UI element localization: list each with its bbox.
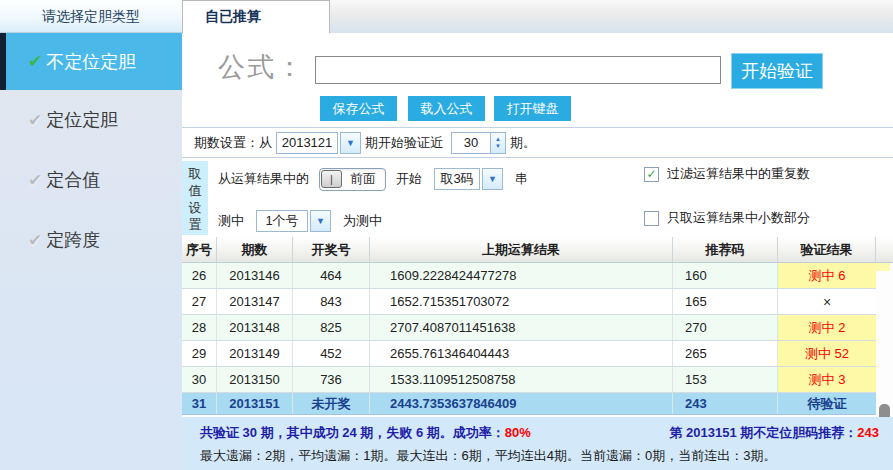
cell-period: 2013151	[217, 393, 293, 414]
cell-draw: 464	[293, 263, 370, 288]
open-keyboard-button[interactable]: 打开键盘	[494, 96, 571, 121]
save-formula-button[interactable]: 保存公式	[320, 96, 397, 121]
sidebar-item-dingwei-dingdan[interactable]: ✔ 定位定胆	[0, 90, 182, 150]
sidebar-item-dinghezhi[interactable]: ✔ 定合值	[0, 150, 182, 210]
stats-text: 共验证 30 期，其中成功 24 期，失败 6 期。成功率：80%	[200, 424, 531, 442]
period-settings-row: 期数设置：从 2013121 ▼ 期开始验证近 30 ▲ ▼ 期。	[182, 127, 893, 158]
start-label: 开始	[396, 170, 422, 188]
verify-count-input[interactable]: 30	[451, 132, 491, 154]
take-count-select[interactable]: 取3码	[434, 168, 480, 190]
cell-result: 测中 2	[778, 315, 876, 340]
recommend-text: 第 2013151 期不定位胆码推荐：243	[669, 424, 879, 442]
decimal-only-label: 只取运算结果中小数部分	[667, 209, 810, 227]
cell-period: 2013149	[217, 341, 293, 366]
success-rate: 80%	[505, 425, 531, 440]
period-settings-label: 期数设置：从	[194, 134, 272, 152]
tab-bar: 自已推算	[182, 0, 893, 33]
cell-rec: 270	[673, 315, 778, 340]
formula-input[interactable]	[315, 56, 721, 84]
content-area: 公式： 开始验证 保存公式 载入公式 打开键盘 期数设置：从 2013121 ▼…	[182, 33, 893, 470]
sidebar-item-budingwei-dingdan[interactable]: ✔ 不定位定胆	[0, 33, 182, 90]
cell-result: 待验证	[778, 393, 876, 414]
tab-self-calculate[interactable]: 自已推算	[182, 0, 330, 33]
summary-panel: 共验证 30 期，其中成功 24 期，失败 6 期。成功率：80% 第 2013…	[182, 417, 893, 470]
chevron-down-icon: ▼	[316, 216, 325, 226]
as-hit-label: 为测中	[343, 212, 382, 230]
table-row: 27 2013147 843 1652.715351703072 165 ×	[182, 289, 876, 315]
filter-duplicates-checkbox[interactable]: ✓ 过滤运算结果中的重复数	[644, 165, 810, 183]
cell-seq: 28	[182, 315, 217, 340]
cell-rec: 153	[673, 367, 778, 392]
sidebar-item-dingkuadu[interactable]: ✔ 定跨度	[0, 210, 182, 270]
toggle-handle[interactable]: |	[321, 170, 342, 188]
cell-seq: 26	[182, 263, 217, 288]
recommend-value: 243	[857, 425, 879, 440]
table-row: 30 2013150 736 1533.1109512508758 153 测中…	[182, 367, 876, 393]
checkbox-icon: ✓	[644, 167, 659, 182]
cell-rec: 265	[673, 341, 778, 366]
cell-period: 2013150	[217, 367, 293, 392]
value-settings-section: 取值设置 从运算结果中的 | 前面 开始 取3码 ▼ 串	[182, 158, 893, 237]
cell-seq: 30	[182, 367, 217, 392]
check-icon: ✔	[28, 170, 42, 191]
start-period-input[interactable]: 2013121	[276, 132, 338, 154]
sidebar-title: 请选择定胆类型	[0, 0, 182, 33]
header-seq: 序号	[182, 237, 217, 262]
table-row: 28 2013148 825 2707.4087011451638 270 测中…	[182, 315, 876, 341]
sidebar-item-label: 定跨度	[46, 228, 100, 252]
table-scrollbar	[876, 263, 893, 415]
chevron-down-icon: ▼	[346, 138, 355, 148]
spinner-down-icon: ▼	[495, 143, 501, 150]
cell-draw: 843	[293, 289, 370, 314]
cell-period: 2013146	[217, 263, 293, 288]
cell-calc: 1533.1109512508758	[370, 367, 673, 392]
take-value-row: 从运算结果中的 | 前面 开始 取3码 ▼ 串	[218, 167, 528, 191]
checkbox-icon: ✓	[644, 211, 659, 226]
summary-line1: 共验证 30 期，其中成功 24 期，失败 6 期。成功率：80% 第 2013…	[200, 424, 879, 442]
cell-seq: 27	[182, 289, 217, 314]
sidebar-item-label: 定合值	[46, 168, 100, 192]
spinner-up-icon: ▲	[495, 136, 501, 143]
table-header-row: 序号 期数 开奖号 上期运算结果 推荐码 验证结果	[182, 237, 893, 263]
cell-rec: 160	[673, 263, 778, 288]
cell-result: 测中 6	[778, 263, 876, 288]
cell-draw: 452	[293, 341, 370, 366]
check-icon: ✔	[28, 51, 42, 72]
hit-label: 测中	[218, 212, 244, 230]
count-spinner[interactable]: ▲ ▼	[491, 132, 506, 154]
sidebar: 请选择定胆类型 ✔ 不定位定胆 ✔ 定位定胆 ✔ 定合值 ✔ 定跨度	[0, 0, 182, 470]
start-verify-button[interactable]: 开始验证	[731, 53, 823, 89]
hit-rule-row: 测中 1个号 ▼ 为测中	[218, 209, 382, 233]
header-draw: 开奖号	[293, 237, 370, 262]
cell-seq: 29	[182, 341, 217, 366]
header-calc: 上期运算结果	[370, 237, 673, 262]
partial-row-sliver	[876, 263, 890, 271]
hit-count-select[interactable]: 1个号	[256, 210, 308, 232]
cell-calc: 1652.715351703072	[370, 289, 673, 314]
period-middle-label: 期开始验证近	[365, 134, 443, 152]
formula-label: 公式：	[218, 49, 305, 85]
value-settings-panel-label: 取值设置	[182, 161, 208, 235]
cell-period: 2013148	[217, 315, 293, 340]
cell-draw: 未开奖	[293, 393, 370, 414]
cell-period: 2013147	[217, 289, 293, 314]
cell-draw: 825	[293, 315, 370, 340]
take-count-dropdown-button[interactable]: ▼	[482, 168, 503, 190]
table-row: 26 2013146 464 1609.2228424477278 160 测中…	[182, 263, 876, 289]
header-period: 期数	[217, 237, 293, 262]
sidebar-item-label: 不定位定胆	[46, 50, 136, 74]
verification-table: 序号 期数 开奖号 上期运算结果 推荐码 验证结果 26 2013146 464…	[182, 237, 893, 415]
cell-calc: 1609.2228424477278	[370, 263, 673, 288]
hit-count-dropdown-button[interactable]: ▼	[310, 210, 331, 232]
decimal-only-checkbox[interactable]: ✓ 只取运算结果中小数部分	[644, 209, 810, 227]
period-dropdown-button[interactable]: ▼	[340, 132, 361, 154]
front-back-toggle[interactable]: | 前面	[319, 168, 386, 191]
take-from-label: 从运算结果中的	[218, 170, 309, 188]
string-label: 串	[515, 170, 528, 188]
cell-calc: 2707.4087011451638	[370, 315, 673, 340]
cell-rec: 165	[673, 289, 778, 314]
check-icon: ✔	[28, 110, 42, 131]
load-formula-button[interactable]: 载入公式	[408, 96, 485, 121]
header-result: 验证结果	[778, 237, 876, 262]
filter-duplicates-label: 过滤运算结果中的重复数	[667, 165, 810, 183]
